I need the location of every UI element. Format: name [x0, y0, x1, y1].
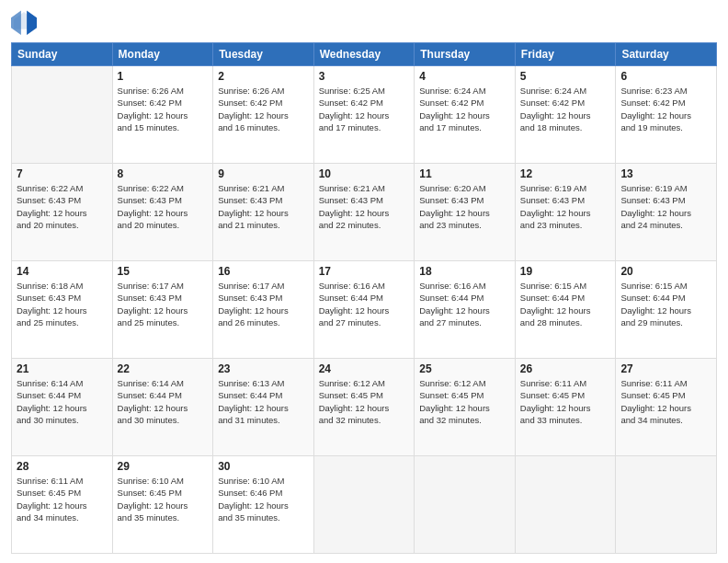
calendar-cell: 17Sunrise: 6:16 AM Sunset: 6:44 PM Dayli… [313, 261, 415, 359]
calendar-cell: 9Sunrise: 6:21 AM Sunset: 6:43 PM Daylig… [213, 164, 314, 261]
day-number: 27 [620, 362, 711, 375]
calendar-header-saturday: Saturday [616, 43, 717, 66]
day-number: 3 [319, 70, 410, 83]
day-info: Sunrise: 6:11 AM Sunset: 6:45 PM Dayligh… [620, 377, 711, 426]
day-number: 22 [118, 362, 209, 375]
day-info: Sunrise: 6:17 AM Sunset: 6:43 PM Dayligh… [218, 280, 309, 328]
day-info: Sunrise: 6:15 AM Sunset: 6:44 PM Dayligh… [620, 280, 711, 328]
day-number: 24 [319, 362, 410, 375]
calendar-cell: 27Sunrise: 6:11 AM Sunset: 6:45 PM Dayli… [616, 359, 717, 456]
calendar-week-row: 21Sunrise: 6:14 AM Sunset: 6:44 PM Dayli… [12, 359, 717, 456]
day-number: 25 [419, 362, 510, 375]
calendar-cell [313, 456, 415, 554]
day-info: Sunrise: 6:21 AM Sunset: 6:43 PM Dayligh… [218, 182, 309, 231]
calendar-week-row: 7Sunrise: 6:22 AM Sunset: 6:43 PM Daylig… [12, 164, 717, 261]
day-number: 20 [620, 265, 711, 278]
calendar-cell: 24Sunrise: 6:12 AM Sunset: 6:45 PM Dayli… [313, 359, 415, 456]
day-number: 26 [520, 362, 611, 375]
header [11, 9, 717, 35]
calendar-cell: 4Sunrise: 6:24 AM Sunset: 6:42 PM Daylig… [415, 66, 516, 164]
calendar-cell: 3Sunrise: 6:25 AM Sunset: 6:42 PM Daylig… [313, 66, 415, 164]
calendar-cell: 5Sunrise: 6:24 AM Sunset: 6:42 PM Daylig… [515, 66, 616, 164]
calendar-cell: 26Sunrise: 6:11 AM Sunset: 6:45 PM Dayli… [515, 359, 616, 456]
day-number: 16 [218, 265, 309, 278]
calendar-cell: 14Sunrise: 6:18 AM Sunset: 6:43 PM Dayli… [12, 261, 113, 359]
calendar-header-thursday: Thursday [415, 43, 516, 66]
day-number: 21 [17, 362, 108, 375]
day-info: Sunrise: 6:25 AM Sunset: 6:42 PM Dayligh… [319, 85, 410, 133]
day-number: 15 [118, 265, 209, 278]
calendar-header-tuesday: Tuesday [213, 43, 314, 66]
day-number: 2 [218, 70, 309, 83]
day-number: 23 [218, 362, 309, 375]
day-info: Sunrise: 6:19 AM Sunset: 6:43 PM Dayligh… [520, 182, 611, 231]
calendar-week-row: 28Sunrise: 6:11 AM Sunset: 6:45 PM Dayli… [12, 456, 717, 554]
day-info: Sunrise: 6:10 AM Sunset: 6:46 PM Dayligh… [218, 475, 309, 523]
calendar-header-friday: Friday [515, 43, 616, 66]
logo [11, 9, 40, 35]
day-number: 28 [17, 460, 108, 473]
calendar-cell: 18Sunrise: 6:16 AM Sunset: 6:44 PM Dayli… [415, 261, 516, 359]
day-number: 6 [620, 70, 711, 83]
calendar-cell: 23Sunrise: 6:13 AM Sunset: 6:44 PM Dayli… [213, 359, 314, 456]
day-number: 8 [118, 167, 209, 180]
calendar-cell: 16Sunrise: 6:17 AM Sunset: 6:43 PM Dayli… [213, 261, 314, 359]
day-info: Sunrise: 6:14 AM Sunset: 6:44 PM Dayligh… [118, 377, 209, 426]
day-info: Sunrise: 6:21 AM Sunset: 6:43 PM Dayligh… [319, 182, 410, 231]
calendar-cell [616, 456, 717, 554]
calendar-header-wednesday: Wednesday [313, 43, 415, 66]
day-number: 14 [17, 265, 108, 278]
day-info: Sunrise: 6:26 AM Sunset: 6:42 PM Dayligh… [118, 85, 209, 133]
day-info: Sunrise: 6:17 AM Sunset: 6:43 PM Dayligh… [118, 280, 209, 328]
day-info: Sunrise: 6:13 AM Sunset: 6:44 PM Dayligh… [218, 377, 309, 426]
day-number: 11 [419, 167, 510, 180]
day-number: 29 [118, 460, 209, 473]
calendar-cell: 6Sunrise: 6:23 AM Sunset: 6:42 PM Daylig… [616, 66, 717, 164]
calendar-header-row: SundayMondayTuesdayWednesdayThursdayFrid… [12, 43, 717, 66]
day-info: Sunrise: 6:24 AM Sunset: 6:42 PM Dayligh… [520, 85, 611, 133]
calendar-cell [415, 456, 516, 554]
day-number: 12 [520, 167, 611, 180]
day-info: Sunrise: 6:12 AM Sunset: 6:45 PM Dayligh… [319, 377, 410, 426]
day-info: Sunrise: 6:11 AM Sunset: 6:45 PM Dayligh… [17, 475, 108, 523]
calendar-cell: 13Sunrise: 6:19 AM Sunset: 6:43 PM Dayli… [616, 164, 717, 261]
day-info: Sunrise: 6:22 AM Sunset: 6:43 PM Dayligh… [17, 182, 108, 231]
calendar-week-row: 1Sunrise: 6:26 AM Sunset: 6:42 PM Daylig… [12, 66, 717, 164]
day-number: 18 [419, 265, 510, 278]
calendar-cell: 25Sunrise: 6:12 AM Sunset: 6:45 PM Dayli… [415, 359, 516, 456]
calendar-cell: 21Sunrise: 6:14 AM Sunset: 6:44 PM Dayli… [12, 359, 113, 456]
day-number: 19 [520, 265, 611, 278]
page: SundayMondayTuesdayWednesdayThursdayFrid… [0, 0, 728, 563]
calendar-cell: 20Sunrise: 6:15 AM Sunset: 6:44 PM Dayli… [616, 261, 717, 359]
calendar-cell: 22Sunrise: 6:14 AM Sunset: 6:44 PM Dayli… [112, 359, 213, 456]
day-number: 1 [118, 70, 209, 83]
day-info: Sunrise: 6:23 AM Sunset: 6:42 PM Dayligh… [620, 85, 711, 133]
calendar-header-monday: Monday [112, 43, 213, 66]
calendar-cell [515, 456, 616, 554]
calendar-header-sunday: Sunday [12, 43, 113, 66]
day-info: Sunrise: 6:20 AM Sunset: 6:43 PM Dayligh… [419, 182, 510, 231]
day-number: 13 [620, 167, 711, 180]
day-info: Sunrise: 6:16 AM Sunset: 6:44 PM Dayligh… [319, 280, 410, 328]
calendar-cell [12, 66, 113, 164]
calendar-cell: 30Sunrise: 6:10 AM Sunset: 6:46 PM Dayli… [213, 456, 314, 554]
calendar-cell: 12Sunrise: 6:19 AM Sunset: 6:43 PM Dayli… [515, 164, 616, 261]
calendar-cell: 1Sunrise: 6:26 AM Sunset: 6:42 PM Daylig… [112, 66, 213, 164]
day-info: Sunrise: 6:10 AM Sunset: 6:45 PM Dayligh… [118, 475, 209, 523]
logo-icon [11, 9, 37, 35]
day-number: 10 [319, 167, 410, 180]
calendar-cell: 15Sunrise: 6:17 AM Sunset: 6:43 PM Dayli… [112, 261, 213, 359]
day-info: Sunrise: 6:15 AM Sunset: 6:44 PM Dayligh… [520, 280, 611, 328]
calendar-cell: 7Sunrise: 6:22 AM Sunset: 6:43 PM Daylig… [12, 164, 113, 261]
day-info: Sunrise: 6:22 AM Sunset: 6:43 PM Dayligh… [118, 182, 209, 231]
day-info: Sunrise: 6:16 AM Sunset: 6:44 PM Dayligh… [419, 280, 510, 328]
calendar-cell: 19Sunrise: 6:15 AM Sunset: 6:44 PM Dayli… [515, 261, 616, 359]
day-info: Sunrise: 6:19 AM Sunset: 6:43 PM Dayligh… [620, 182, 711, 231]
day-info: Sunrise: 6:11 AM Sunset: 6:45 PM Dayligh… [520, 377, 611, 426]
day-number: 4 [419, 70, 510, 83]
day-info: Sunrise: 6:24 AM Sunset: 6:42 PM Dayligh… [419, 85, 510, 133]
day-number: 5 [520, 70, 611, 83]
calendar-cell: 2Sunrise: 6:26 AM Sunset: 6:42 PM Daylig… [213, 66, 314, 164]
day-number: 17 [319, 265, 410, 278]
day-number: 9 [218, 167, 309, 180]
